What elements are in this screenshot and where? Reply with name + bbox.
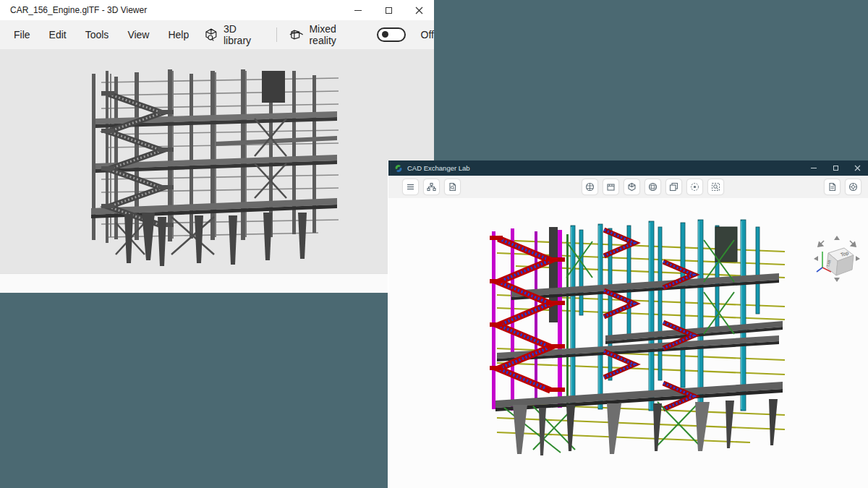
cad-close-button[interactable]	[846, 160, 868, 176]
maximize-icon	[386, 7, 392, 14]
cad-model-rendering	[388, 198, 868, 488]
viewer-titlebar[interactable]: CAR_156_Engine.glTF - 3D Viewer	[0, 0, 434, 20]
navigation-cube[interactable]: Top Left	[812, 234, 861, 283]
viewer-close-button[interactable]	[404, 0, 434, 20]
fit-selection-icon	[690, 182, 699, 192]
menu-view[interactable]: View	[118, 29, 158, 40]
mixed-reality-group: Mixed reality Off	[289, 23, 434, 46]
minimize-icon	[811, 168, 817, 168]
solid-view-icon	[627, 182, 637, 192]
mixed-reality-icon	[289, 28, 305, 41]
cad-3d-viewport[interactable]: Top Left	[388, 198, 868, 488]
cad-exchanger-logo-icon	[394, 164, 403, 173]
cad-toolbar	[388, 176, 868, 198]
close-icon	[415, 7, 423, 14]
main-menu-icon	[406, 182, 415, 192]
close-icon	[854, 165, 861, 171]
help-button[interactable]	[846, 179, 861, 194]
shaded-view-icon	[585, 182, 595, 192]
toolbar-right-group	[825, 179, 861, 194]
menubar-separator	[276, 27, 277, 42]
3d-library-label: 3D library	[224, 23, 266, 46]
mixed-reality-state: Off	[421, 29, 434, 40]
zoom-window-icon	[711, 182, 720, 192]
structure-tree-button[interactable]	[424, 179, 439, 194]
cad-minimize-button[interactable]	[803, 160, 825, 176]
menu-tools[interactable]: Tools	[76, 29, 119, 40]
clipping-icon	[606, 182, 616, 192]
cad-maximize-button[interactable]	[825, 160, 846, 176]
structure-tree-icon	[427, 182, 436, 192]
toolbar-center-group	[582, 179, 723, 194]
viewer-bottombar	[0, 273, 434, 292]
file-info-icon	[448, 182, 457, 192]
nav-corner-arrows[interactable]	[818, 241, 856, 247]
cad-exchanger-window: CAD Exchanger Lab	[388, 160, 868, 488]
minimize-icon	[354, 10, 362, 11]
viewer-menubar: File Edit Tools View Help 3D library M	[0, 20, 434, 49]
viewer-minimize-button[interactable]	[343, 0, 373, 20]
cad-titlebar[interactable]: CAD Exchanger Lab	[388, 160, 868, 176]
maximize-icon	[833, 166, 838, 171]
viewer-window-title: CAR_156_Engine.glTF - 3D Viewer	[0, 5, 343, 15]
cube-icon	[204, 27, 218, 42]
toolbar-left-group	[403, 179, 460, 194]
3d-library-button[interactable]: 3D library	[204, 23, 266, 46]
mixed-reality-label: Mixed reality	[309, 23, 365, 46]
wireframe-sphere-icon	[648, 182, 658, 192]
menu-edit[interactable]: Edit	[40, 29, 76, 40]
clipping-button[interactable]	[603, 179, 618, 194]
solid-view-button[interactable]	[624, 179, 639, 194]
fit-selection-button[interactable]	[687, 179, 702, 194]
wireframe-sphere-button[interactable]	[645, 179, 660, 194]
toggle-knob	[382, 31, 388, 38]
notes-panel-icon	[827, 182, 837, 192]
help-icon	[848, 182, 858, 192]
shaded-view-button[interactable]	[582, 179, 597, 194]
viewer-3d-viewport[interactable]	[0, 49, 434, 273]
desktop-background: CAR_156_Engine.glTF - 3D Viewer File Edi…	[0, 0, 868, 488]
viewer-window: CAR_156_Engine.glTF - 3D Viewer File Edi…	[0, 0, 434, 293]
viewer-model-rendering	[0, 49, 434, 273]
cad-window-title: CAD Exchanger Lab	[407, 164, 803, 172]
copy-view-button[interactable]	[666, 179, 681, 194]
menu-help[interactable]: Help	[158, 29, 198, 40]
notes-panel-button[interactable]	[825, 179, 840, 194]
main-menu-button[interactable]	[403, 179, 418, 194]
mixed-reality-toggle[interactable]	[377, 27, 405, 42]
viewer-maximize-button[interactable]	[373, 0, 404, 20]
file-info-button[interactable]	[445, 179, 460, 194]
zoom-window-button[interactable]	[708, 179, 723, 194]
copy-view-icon	[669, 182, 678, 192]
menu-file[interactable]: File	[4, 29, 40, 40]
